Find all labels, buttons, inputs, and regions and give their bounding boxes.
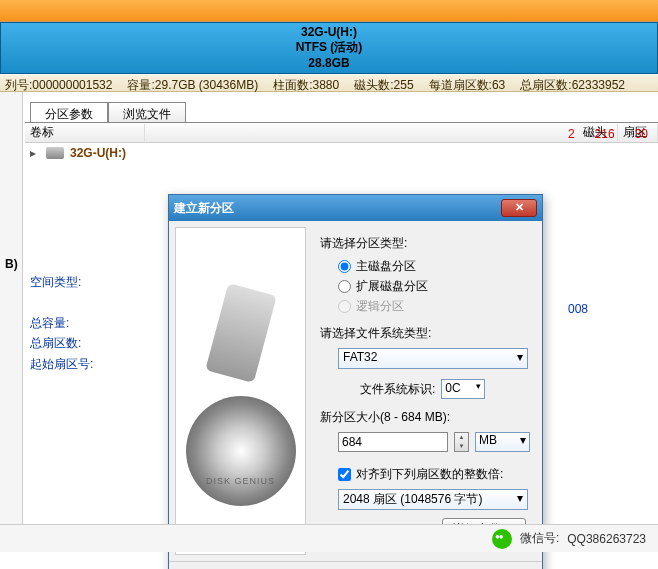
heads: 磁头数:255	[354, 77, 413, 89]
align-label: 对齐到下列扇区数的整数倍:	[356, 466, 503, 483]
main-area: 分区参数 浏览文件 卷标 磁头 扇区 ▸ 32G-U(H:) 2 216 30 …	[0, 92, 658, 552]
val-b: 216	[595, 127, 615, 141]
right-data: 2 216 30	[568, 127, 648, 141]
size-spinner[interactable]: ▲▼	[454, 432, 469, 452]
size-input[interactable]	[338, 432, 448, 452]
sectors-per-track: 每道扇区数:63	[429, 77, 506, 89]
disk-size: 28.8GB	[308, 56, 349, 72]
align-select[interactable]: 2048 扇区 (1048576 字节)▾	[338, 489, 528, 510]
footer-bar: 微信号: QQ386263723	[0, 524, 658, 552]
left-panel	[0, 92, 23, 552]
disk-name: 32G-U(H:)	[301, 25, 357, 41]
capacity: 容量:29.7GB (30436MB)	[127, 77, 258, 89]
drive-icon	[46, 147, 64, 159]
menu-bar	[0, 0, 658, 22]
fs-type-label: 请选择文件系统类型:	[320, 325, 530, 342]
cylinders: 柱面数:3880	[273, 77, 339, 89]
serial: 列号:000000001532	[5, 77, 112, 89]
radio-primary[interactable]: 主磁盘分区	[338, 258, 530, 275]
side-info: 空间类型: 总容量: 总扇区数: 起始扇区号:	[30, 272, 93, 374]
total-sectors: 总扇区数:62333952	[520, 77, 625, 89]
col-volume[interactable]: 卷标	[25, 124, 145, 141]
disk-info-bar: 列号:000000001532 容量:29.7GB (30436MB) 柱面数:…	[0, 74, 658, 92]
volume-name: 32G-U(H:)	[70, 146, 126, 160]
disk-banner: 32G-U(H:) NTFS (活动) 28.8GB	[0, 22, 658, 74]
total-sect-label: 总扇区数:	[30, 333, 93, 353]
size-label: 新分区大小(8 - 684 MB):	[320, 409, 530, 426]
align-checkbox[interactable]	[338, 468, 351, 481]
dialog-image	[175, 227, 306, 555]
unit-select[interactable]: MB▾	[475, 432, 530, 452]
radio-extended[interactable]: 扩展磁盘分区	[338, 278, 530, 295]
table-row[interactable]: ▸ 32G-U(H:)	[25, 143, 658, 163]
fs-id-select[interactable]: 0C▾	[441, 379, 485, 399]
val-a: 2	[568, 127, 575, 141]
fs-type-select[interactable]: FAT32▾	[338, 348, 528, 369]
align-checkbox-row[interactable]: 对齐到下列扇区数的整数倍:	[338, 466, 530, 483]
space-type-label: 空间类型:	[30, 272, 93, 292]
val-c: 30	[635, 127, 648, 141]
dialog-titlebar[interactable]: 建立新分区 ✕	[169, 195, 542, 221]
disk-art-icon	[186, 396, 296, 506]
create-partition-dialog: 建立新分区 ✕ 请选择分区类型: 主磁盘分区 扩展磁盘分区 逻辑分区 请选择文件…	[168, 194, 543, 569]
partition-type-label: 请选择分区类型:	[320, 235, 530, 252]
wechat-value: QQ386263723	[567, 532, 646, 546]
disk-fs: NTFS (活动)	[296, 40, 363, 56]
radio-logical: 逻辑分区	[338, 298, 530, 315]
dialog-form: 请选择分区类型: 主磁盘分区 扩展磁盘分区 逻辑分区 请选择文件系统类型: FA…	[312, 221, 542, 561]
table-header: 卷标 磁头 扇区	[25, 123, 658, 143]
dialog-buttons: 确定 取消	[169, 561, 542, 569]
expand-icon[interactable]: ▸	[30, 146, 36, 160]
start-sect-label: 起始扇区号:	[30, 354, 93, 374]
link-008[interactable]: 008	[568, 302, 588, 316]
dialog-title: 建立新分区	[174, 200, 234, 217]
total-cap-label: 总容量:	[30, 313, 93, 333]
fs-id-label: 文件系统标识:	[360, 381, 435, 398]
close-button[interactable]: ✕	[501, 199, 537, 217]
wechat-label: 微信号:	[520, 530, 559, 547]
wechat-icon	[492, 529, 512, 549]
b-label: B)	[5, 257, 18, 271]
